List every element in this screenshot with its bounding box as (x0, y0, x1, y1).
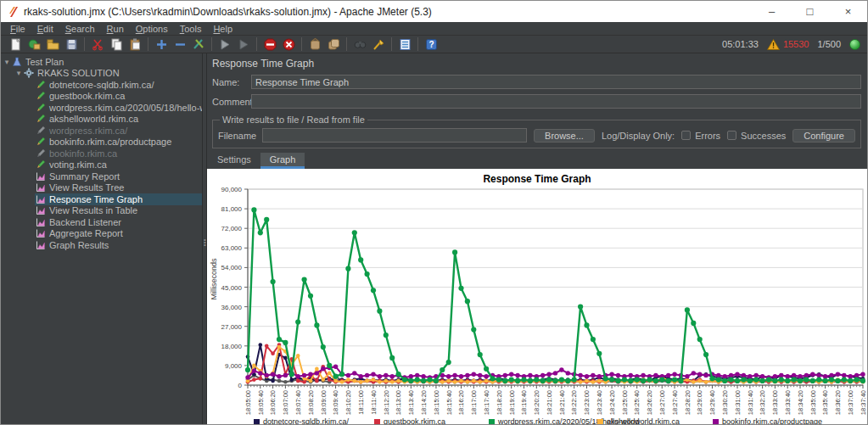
tree-item-response-time-graph[interactable]: Response Time Graph (1, 193, 202, 205)
clear-button[interactable] (305, 36, 324, 53)
new-file-button[interactable] (6, 36, 25, 53)
search-reset-button[interactable] (369, 36, 388, 53)
start-no-pauses-button[interactable] (234, 36, 253, 53)
tree-item-content: RKAKS SOLUTION (23, 68, 202, 80)
paste-icon (128, 37, 143, 52)
comments-input[interactable] (251, 94, 861, 109)
tree-item-bookinfo-rkim-ca[interactable]: bookinfo.rkim.ca (1, 148, 202, 159)
copy-icon (109, 37, 124, 52)
tree-item-aggregate-report[interactable]: Aggregate Report (1, 228, 202, 240)
collapse-minus-button[interactable] (171, 36, 189, 53)
sampler-icon (36, 80, 46, 90)
menu-edit[interactable]: Edit (31, 22, 59, 36)
menu-options[interactable]: Options (130, 22, 174, 36)
thread-count: 1/500 (817, 39, 841, 49)
shutdown-button[interactable] (279, 36, 298, 53)
tree-item-rkaks-solution[interactable]: ▾RKAKS SOLUTION (1, 68, 202, 80)
panel-title: Response Time Graph (207, 53, 867, 73)
tree-item-view-results-in-table[interactable]: View Results in Table (1, 205, 202, 217)
menu-run[interactable]: Run (101, 22, 130, 36)
tree-item-graph-results[interactable]: Graph Results (1, 239, 202, 251)
svg-text:18:22:20: 18:22:20 (570, 390, 578, 415)
expand-plus-button[interactable] (152, 36, 171, 53)
menu-tools[interactable]: Tools (174, 22, 208, 36)
listener-icon (36, 194, 46, 204)
open-folder-icon (46, 37, 60, 52)
save-icon (64, 37, 79, 52)
legend-item-bookinfo-rkim-ca-productpage: bookinfo.rkim.ca/productpage (713, 417, 822, 424)
minimize-button[interactable]: – (753, 1, 791, 22)
comments-row: Comments: (212, 94, 861, 109)
tab-graph[interactable]: Graph (260, 153, 305, 169)
tree-item-wordpress-rkim-ca[interactable]: wordpress.rkim.ca/ (1, 125, 202, 137)
svg-text:18:37:00: 18:37:00 (847, 390, 854, 415)
tree-item-test-plan[interactable]: ▾Test Plan (1, 56, 202, 68)
menu-help[interactable]: Help (207, 22, 238, 36)
svg-text:18:11:00: 18:11:00 (357, 390, 365, 415)
menu-file[interactable]: File (4, 22, 31, 36)
legend-label: guestbook.rkim.ca (384, 417, 445, 424)
tree-item-wordpress-rkim-ca-2020-05-18-hello-world[interactable]: wordpress.rkim.ca/2020/05/18/hello-world (1, 102, 202, 114)
sampler-icon (36, 159, 46, 170)
configure-button[interactable]: Configure (792, 129, 855, 143)
svg-text:18:19:00: 18:19:00 (508, 390, 516, 415)
close-button[interactable]: × (829, 1, 867, 22)
svg-text:18:05:40: 18:05:40 (257, 390, 265, 415)
tab-bar: SettingsGraph (207, 153, 867, 169)
test-plan-tree: ▾Test Plan▾RKAKS SOLUTIONdotnetcore-sqld… (1, 53, 202, 424)
help-button[interactable]: ? (422, 36, 440, 53)
svg-text:18:21:40: 18:21:40 (558, 390, 566, 415)
browse-button[interactable]: Browse... (534, 129, 595, 143)
tree-item-dotnetcore-sqldb-rkim-ca[interactable]: dotnetcore-sqldb.rkim.ca/ (1, 79, 202, 91)
toolbar-separator (84, 37, 85, 51)
expand-arrow-icon[interactable]: ▾ (14, 69, 23, 77)
save-button[interactable] (62, 36, 81, 53)
tree-item-label: Summary Report (49, 171, 120, 182)
search-button[interactable] (350, 36, 369, 53)
search-reset-icon (372, 37, 386, 52)
tree-item-content: Response Time Graph (35, 193, 202, 205)
svg-text:18:17:00: 18:17:00 (470, 390, 478, 415)
start-button[interactable] (216, 36, 234, 53)
name-input[interactable] (251, 75, 861, 89)
clear-all-button[interactable] (324, 36, 343, 53)
tab-settings[interactable]: Settings (208, 153, 260, 169)
tree-item-akshelloworld-rkim-ca[interactable]: akshelloworld.rkim.ca (1, 114, 202, 126)
toolbar-separator (346, 37, 347, 51)
tree-item-backend-listener[interactable]: Backend Listener (1, 216, 202, 228)
filename-input[interactable] (262, 128, 527, 143)
function-helper-button[interactable] (395, 36, 414, 53)
toolbar-status: 05:01:33 15530 1/500 (722, 39, 860, 50)
expand-arrow-icon[interactable]: ▾ (3, 58, 11, 66)
errors-checkbox[interactable] (681, 131, 691, 140)
copy-button[interactable] (107, 36, 126, 53)
stop-button[interactable] (260, 36, 279, 53)
templates-button[interactable] (25, 36, 43, 53)
tree-item-label: Graph Results (49, 240, 109, 250)
search-icon (353, 37, 367, 52)
write-results-fieldset: Write results to file / Read from file F… (212, 115, 861, 148)
tree-item-guestbook-rkim-ca[interactable]: guestbook.rkim.ca (1, 91, 202, 103)
menu-search[interactable]: Search (59, 22, 101, 36)
svg-text:18:14:20: 18:14:20 (420, 390, 428, 415)
error-indicator[interactable]: 15530 (767, 39, 809, 50)
toggle-button[interactable] (189, 36, 208, 53)
tree-item-summary-report[interactable]: Summary Report (1, 171, 202, 182)
paste-button[interactable] (126, 36, 144, 53)
templates-icon (27, 37, 42, 52)
tree-item-label: Backend Listener (49, 217, 121, 227)
tree-item-bookinfo-rkim-ca-productpage[interactable]: bookinfo.rkim.ca/productpage (1, 137, 202, 148)
legend-item-dotnetcore-sqldb-rkim-ca-: dotnetcore-sqldb.rkim.ca/ (254, 417, 349, 424)
svg-text:18:06:20: 18:06:20 (269, 390, 277, 415)
open-folder-button[interactable] (43, 36, 62, 53)
tree-item-voting-rkim-ca[interactable]: voting.rkim.ca (1, 159, 202, 171)
cut-button[interactable] (88, 36, 107, 53)
tree-item-view-results-tree[interactable]: View Results Tree (1, 182, 202, 194)
name-row: Name: (212, 75, 861, 89)
svg-text:18:34:20: 18:34:20 (797, 390, 804, 415)
successes-checkbox[interactable] (727, 131, 736, 140)
successes-checkbox-group[interactable]: Successes (727, 131, 786, 141)
errors-checkbox-group[interactable]: Errors (681, 131, 720, 141)
maximize-button[interactable]: □ (791, 1, 829, 22)
collapse-minus-icon (173, 37, 188, 52)
